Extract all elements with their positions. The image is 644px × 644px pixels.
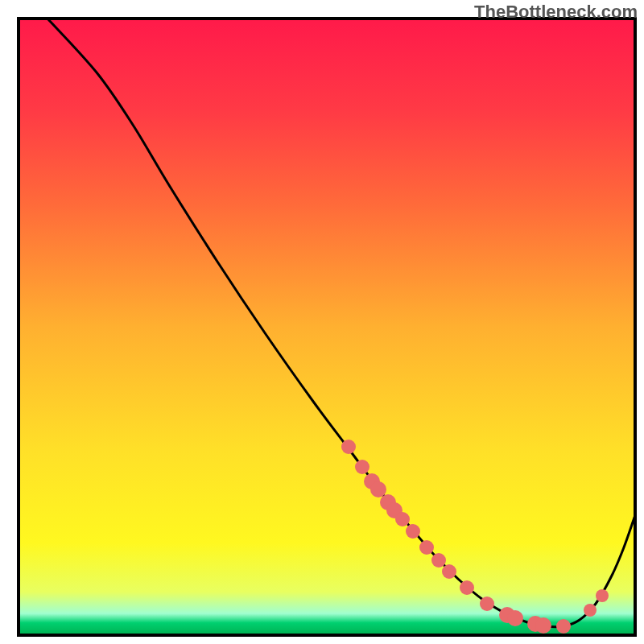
watermark-text: TheBottleneck.com <box>474 2 638 23</box>
scatter-point <box>584 604 597 617</box>
scatter-point <box>556 619 571 634</box>
scatter-point <box>419 540 434 555</box>
chart-svg <box>0 0 644 644</box>
scatter-point <box>596 589 609 602</box>
scatter-point <box>535 617 551 634</box>
scatter-point <box>370 481 386 497</box>
scatter-point <box>355 460 369 474</box>
plot-background-gradient <box>19 19 635 635</box>
chart-container: TheBottleneck.com <box>0 0 644 644</box>
scatter-point <box>507 610 523 626</box>
scatter-point <box>480 597 494 611</box>
scatter-point <box>395 512 410 526</box>
scatter-point <box>341 440 356 454</box>
scatter-point <box>460 580 474 595</box>
scatter-point <box>442 564 456 579</box>
scatter-point <box>406 524 420 539</box>
scatter-point <box>431 553 446 568</box>
